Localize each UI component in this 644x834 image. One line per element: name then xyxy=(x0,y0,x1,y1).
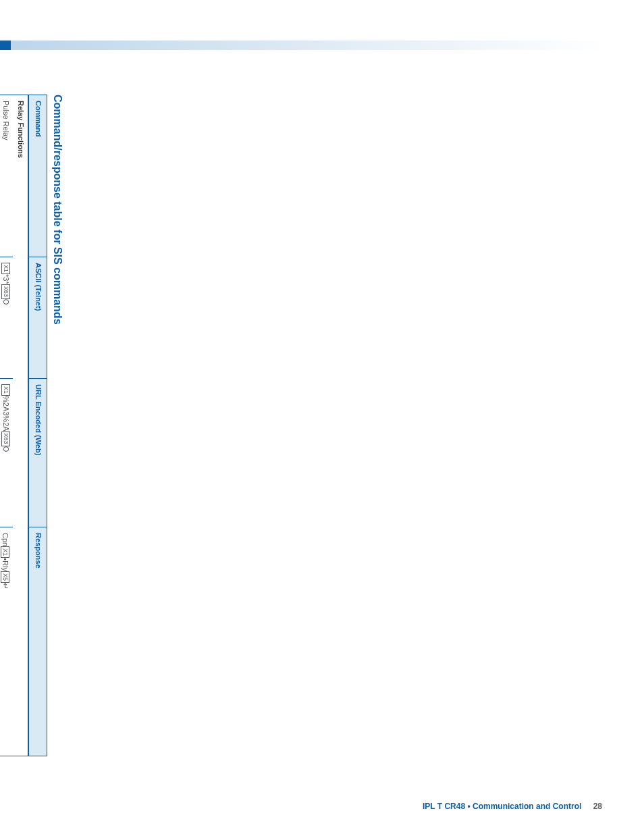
th-url: URL Encoded (Web) xyxy=(28,379,47,527)
cell-url: X1%2A3%2AX63O xyxy=(0,379,14,527)
table-row: Pulse RelayX1*3*X63OX1%2A3%2AX63OCpnX1•R… xyxy=(0,95,14,756)
footer-title: IPL T CR48 • Communication and Control xyxy=(423,802,581,811)
page-number: 28 xyxy=(593,802,602,811)
page-title: Command/response table for SIS commands xyxy=(51,95,63,594)
th-response: Response xyxy=(28,527,47,756)
page-footer: IPL T CR48 • Communication and Control 2… xyxy=(0,802,644,811)
var-box: X1 xyxy=(1,546,10,558)
rotated-page: Command/response table for SIS commands … xyxy=(0,95,63,594)
th-command: Command xyxy=(28,95,47,257)
section-row: Relay Functions xyxy=(14,95,29,756)
return-icon xyxy=(2,583,10,590)
command-table: Command ASCII (Telnet) URL Encoded (Web)… xyxy=(0,95,47,756)
th-ascii: ASCII (Telnet) xyxy=(28,257,47,379)
section-name: Relay Functions xyxy=(14,95,29,756)
cell-response: CpnX1•RlyX5 xyxy=(0,527,14,756)
var-box: X1 xyxy=(2,384,11,396)
cell-ascii: X1*3*X63O xyxy=(0,257,14,379)
cell-command: Pulse Relay xyxy=(0,95,14,257)
var-box: X5 xyxy=(1,571,10,583)
table-header-row: Command ASCII (Telnet) URL Encoded (Web)… xyxy=(28,95,47,756)
var-box: X63 xyxy=(2,432,11,446)
top-strip xyxy=(0,41,644,50)
var-box: X63 xyxy=(2,284,11,299)
var-box: X1 xyxy=(2,263,11,274)
